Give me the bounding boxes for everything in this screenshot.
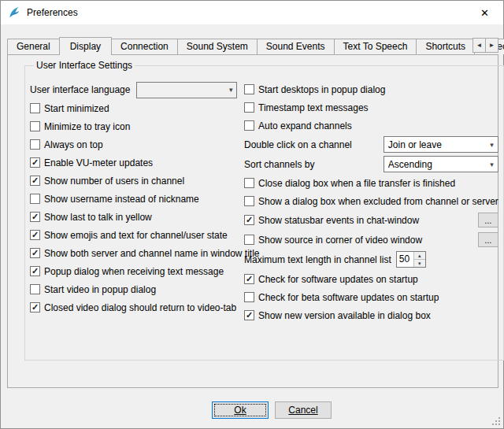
checkbox-timestamp-messages[interactable]: Timestamp text messages (244, 98, 498, 116)
checkbox-box[interactable] (30, 302, 40, 313)
tab-text-to-speech[interactable]: Text To Speech (334, 39, 417, 54)
chevron-down-icon: ▾ (490, 161, 494, 168)
checkbox-server-channel-window-title[interactable]: Show both server and channel name in win… (30, 244, 244, 262)
checkbox-start-minimized[interactable]: Start minimized (30, 99, 244, 117)
checkbox-box[interactable] (30, 139, 40, 150)
max-text-length-label: Maximum text length in channel list (244, 254, 391, 265)
checkbox-box[interactable] (244, 274, 254, 284)
language-label: User interface language (30, 84, 130, 95)
checkbox-always-on-top[interactable]: Always on top (30, 135, 244, 153)
display-tab-panel: User Interface Settings User interface l… (7, 54, 498, 388)
max-text-length-spinner[interactable]: 50 ▴ ▾ (396, 251, 426, 268)
tab-shortcuts[interactable]: Shortcuts (416, 39, 475, 54)
video-source-row: Show source in corner of video window ..… (244, 230, 498, 250)
checkbox-box[interactable] (30, 121, 40, 131)
tab-general[interactable]: General (7, 39, 60, 54)
checkbox-closed-video-return-tab[interactable]: Closed video dialog should return to vid… (30, 298, 244, 316)
checkbox-emojis-text-state[interactable]: Show emojis and text for channel/user st… (30, 226, 244, 244)
sort-channels-combo[interactable]: Ascending ▾ (384, 156, 498, 172)
language-combo[interactable]: ▾ (136, 82, 237, 98)
checkbox-box[interactable] (244, 310, 254, 320)
checkbox-box[interactable] (30, 103, 40, 113)
checkbox-box[interactable] (30, 248, 40, 258)
checkbox-box[interactable] (30, 284, 40, 294)
video-source-options-button[interactable]: ... (478, 232, 498, 247)
tab-scroll-buttons: ◄ ► (472, 38, 498, 53)
checkbox-new-version-dialog[interactable]: Show new version available in dialog box (244, 306, 498, 324)
tab-sound-events[interactable]: Sound Events (257, 39, 335, 54)
double-click-row: Double click on a channel Join or leave … (244, 135, 498, 154)
checkbox-box[interactable] (30, 176, 40, 186)
checkbox-box[interactable] (244, 178, 254, 188)
tab-scroll-right-icon[interactable]: ► (485, 38, 498, 53)
checkbox-video-source-corner[interactable] (244, 235, 254, 245)
tab-display[interactable]: Display (59, 37, 112, 55)
spinner-buttons: ▴ ▾ (413, 252, 425, 267)
checkbox-last-talk-yellow[interactable]: Show last to talk in yellow (30, 208, 244, 226)
checkbox-excluded-dialog[interactable]: Show a dialog box when excluded from cha… (244, 192, 498, 210)
checkbox-popup-text-message[interactable]: Popup dialog when receiving text message (30, 262, 244, 280)
right-column: Start desktops in popup dialog Timestamp… (244, 80, 498, 324)
chevron-down-icon: ▾ (490, 141, 494, 149)
checkbox-box[interactable] (244, 102, 254, 113)
double-click-label: Double click on a channel (244, 139, 352, 150)
window-title: Preferences (27, 7, 78, 18)
ok-button[interactable]: Ok (212, 401, 269, 419)
app-icon (8, 6, 20, 19)
checkbox-minimize-to-tray[interactable]: Minimize to tray icon (30, 117, 244, 135)
checkbox-box[interactable] (30, 194, 40, 204)
checkbox-box[interactable] (30, 266, 40, 276)
statusbar-events-row: Show statusbar events in chat-window ... (244, 210, 498, 230)
tab-scroll-left-icon[interactable]: ◄ (472, 38, 486, 53)
checkbox-box[interactable] (244, 292, 254, 302)
tab-connection[interactable]: Connection (111, 39, 178, 54)
sort-channels-row: Sort channels by Ascending ▾ (244, 154, 498, 174)
checkbox-show-user-count[interactable]: Show number of users in channel (30, 172, 244, 190)
close-button[interactable]: ✕ (467, 2, 502, 24)
resize-grip[interactable] (492, 417, 501, 426)
sort-channels-label: Sort channels by (244, 159, 314, 170)
statusbar-events-options-button[interactable]: ... (478, 213, 498, 227)
language-row: User interface language ▾ (30, 80, 244, 99)
checkbox-username-instead-nickname[interactable]: Show username instead of nickname (30, 190, 244, 208)
checkbox-box[interactable] (244, 84, 254, 94)
left-column: User interface language ▾ Start minimize… (30, 80, 244, 324)
checkbox-desktops-popup[interactable]: Start desktops in popup dialog (244, 80, 498, 98)
checkbox-box[interactable] (30, 230, 40, 240)
user-interface-settings-group: User Interface Settings User interface l… (24, 60, 504, 361)
checkbox-box[interactable] (244, 196, 254, 206)
checkbox-beta-updates[interactable]: Check for beta software updates on start… (244, 288, 498, 306)
spin-down-icon[interactable]: ▾ (414, 260, 425, 268)
max-text-length-row: Maximum text length in channel list 50 ▴… (244, 250, 498, 269)
titlebar[interactable]: Preferences ✕ (1, 1, 503, 24)
checkbox-software-updates[interactable]: Check for software updates on startup (244, 270, 498, 288)
chevron-down-icon: ▾ (229, 86, 233, 94)
checkbox-box[interactable] (30, 212, 40, 222)
checkbox-close-file-transfer[interactable]: Close dialog box when a file transfer is… (244, 174, 498, 192)
checkbox-box[interactable] (244, 120, 254, 131)
double-click-combo[interactable]: Join or leave ▾ (384, 136, 498, 153)
spin-up-icon[interactable]: ▴ (414, 252, 425, 260)
checkbox-auto-expand-channels[interactable]: Auto expand channels (244, 116, 498, 135)
group-title: User Interface Settings (34, 60, 135, 71)
checkbox-statusbar-events[interactable] (244, 215, 254, 225)
checkbox-box[interactable] (30, 157, 40, 168)
cancel-button[interactable]: Cancel (275, 401, 332, 419)
tab-sound-system[interactable]: Sound System (177, 39, 258, 54)
checkbox-vu-meter-updates[interactable]: Enable VU-meter updates (30, 153, 244, 172)
tab-bar: General Display Connection Sound System … (7, 36, 498, 54)
checkbox-start-video-popup[interactable]: Start video in popup dialog (30, 280, 244, 298)
tab-widget: General Display Connection Sound System … (7, 36, 498, 388)
preferences-window: Preferences ✕ General Display Connection… (0, 0, 504, 429)
